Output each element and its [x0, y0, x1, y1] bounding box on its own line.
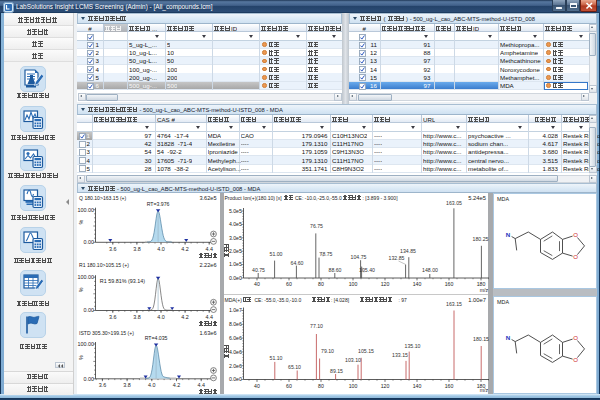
svg-text:RT=4.035: RT=4.035 [145, 335, 168, 341]
svg-text:103.10: 103.10 [345, 357, 361, 363]
svg-text:163.05: 163.05 [446, 200, 462, 206]
svg-text:O: O [573, 232, 578, 238]
svg-text:5.0e5: 5.0e5 [228, 208, 241, 214]
svg-text:: [3.899 - 3.900]: : [3.899 - 3.900] [362, 195, 398, 201]
svg-text:105.40: 105.40 [359, 267, 375, 273]
svg-text:CE: -55.0,-35.0,-10.0: CE: -55.0,-35.0,-10.0 [254, 297, 301, 303]
svg-text:0.00: 0.00 [84, 239, 95, 245]
svg-text:0.00: 0.00 [84, 307, 95, 313]
svg-text:40.75: 40.75 [252, 267, 265, 273]
svg-text:140: 140 [412, 281, 421, 287]
svg-text:3.62e5: 3.62e5 [199, 195, 216, 201]
svg-text:133.15: 133.15 [392, 352, 408, 358]
svg-text:78.75: 78.75 [319, 251, 332, 257]
svg-text:6.0e6: 6.0e6 [228, 335, 241, 341]
svg-text:%: % [78, 220, 84, 225]
svg-text:1.00e7: 1.00e7 [468, 297, 486, 303]
svg-text:CE: -10.0,-25.0,-55.0: CE: -10.0,-25.0,-55.0 [295, 195, 342, 201]
svg-text:77.10: 77.10 [310, 323, 323, 329]
svg-text:76.75: 76.75 [310, 223, 323, 229]
svg-text:105.15: 105.15 [358, 348, 374, 354]
svg-text:80: 80 [318, 281, 324, 287]
svg-text:88.60: 88.60 [328, 267, 341, 273]
svg-text:100: 100 [348, 281, 357, 287]
svg-text:100.00: 100.00 [78, 341, 95, 347]
svg-text:N: N [505, 334, 510, 341]
svg-text:60: 60 [286, 281, 292, 287]
svg-text:51.10: 51.10 [269, 355, 282, 361]
svg-text:2.22e6: 2.22e6 [199, 262, 216, 268]
svg-text:%: % [78, 287, 84, 292]
svg-text:4.4: 4.4 [205, 314, 213, 320]
svg-text:148.00: 148.00 [422, 267, 438, 273]
svg-text:4.0e6: 4.0e6 [228, 349, 241, 355]
svg-text:80: 80 [318, 383, 324, 389]
svg-text:104.75: 104.75 [350, 254, 366, 260]
svg-text:MDA: MDA [497, 299, 509, 305]
svg-text:5.24e5: 5.24e5 [468, 195, 486, 201]
svg-text:1.0e5: 1.0e5 [228, 261, 241, 267]
svg-text:1.63e6: 1.63e6 [199, 330, 216, 336]
svg-text:0.0e0: 0.0e0 [228, 376, 241, 382]
svg-text:0.00: 0.00 [84, 376, 95, 382]
svg-text:89.15: 89.15 [330, 368, 343, 374]
svg-text:3.6: 3.6 [109, 314, 117, 320]
svg-text:4.2: 4.2 [181, 246, 189, 252]
svg-text:134.85: 134.85 [400, 248, 416, 254]
svg-text:4.4: 4.4 [197, 382, 205, 388]
svg-text:R1 59.81% (93.14): R1 59.81% (93.14) [100, 278, 145, 284]
svg-text:100.00: 100.00 [78, 207, 95, 213]
svg-text:1.0e7: 1.0e7 [228, 307, 241, 313]
svg-text:4.0: 4.0 [157, 314, 165, 320]
svg-text:: [4.028]: : [4.028] [331, 297, 350, 303]
svg-text:3.8: 3.8 [133, 246, 141, 252]
svg-text:8.0e6: 8.0e6 [228, 321, 241, 327]
svg-text:140: 140 [412, 383, 421, 389]
svg-text:ISTD 305.30>199.15 (+): ISTD 305.30>199.15 (+) [79, 330, 134, 336]
svg-text:0.0e0: 0.0e0 [228, 275, 241, 281]
svg-text:40: 40 [254, 281, 260, 287]
svg-text:3.6: 3.6 [109, 246, 117, 252]
svg-text:65.10: 65.10 [288, 364, 301, 370]
svg-text:3.0e5: 3.0e5 [228, 235, 241, 241]
svg-text:4.2: 4.2 [181, 314, 189, 320]
svg-text:3.8: 3.8 [123, 382, 131, 388]
svg-text:79.10: 79.10 [321, 348, 334, 354]
svg-text:m/z: m/z [479, 387, 488, 393]
svg-text:N: N [505, 231, 510, 238]
svg-text:120: 120 [380, 281, 389, 287]
svg-text:3.8: 3.8 [133, 314, 141, 320]
svg-text:120: 120 [380, 383, 389, 389]
svg-text:132.85: 132.85 [388, 255, 404, 261]
svg-text:160: 160 [444, 281, 453, 287]
svg-text:RT=3.976: RT=3.976 [147, 201, 170, 207]
svg-text:4.4: 4.4 [205, 246, 213, 252]
svg-text:2.0e6: 2.0e6 [228, 363, 241, 369]
svg-text:MDA: MDA [497, 196, 509, 202]
svg-text:4.0: 4.0 [157, 246, 165, 252]
svg-text:163.15: 163.15 [446, 301, 462, 307]
svg-text:180.25: 180.25 [472, 236, 488, 242]
svg-text:160: 160 [444, 383, 453, 389]
svg-text:4.0: 4.0 [148, 382, 156, 388]
svg-text:: 97: : 97 [398, 297, 407, 303]
svg-text:O: O [573, 357, 578, 363]
svg-text:m/z: m/z [479, 287, 488, 293]
svg-text:64.60: 64.60 [290, 260, 303, 266]
svg-text:100.00: 100.00 [78, 274, 95, 280]
svg-text:60: 60 [286, 383, 292, 389]
svg-text:Product Ion(+)(180.10) [x]: Product Ion(+)(180.10) [x] [224, 195, 282, 201]
svg-text:40: 40 [254, 383, 260, 389]
svg-text:51.00: 51.00 [269, 251, 282, 257]
svg-text:100: 100 [348, 383, 357, 389]
svg-text:MDA(+): MDA(+) [224, 297, 242, 303]
svg-text:2.0e5: 2.0e5 [228, 248, 241, 254]
svg-text:180.15: 180.15 [473, 336, 489, 342]
svg-text:4.2: 4.2 [173, 382, 181, 388]
svg-text:Q 180.10>163.15 (+): Q 180.10>163.15 (+) [79, 195, 127, 201]
svg-text:O: O [573, 335, 578, 341]
svg-text:R1 180.10>105.15 (+): R1 180.10>105.15 (+) [79, 262, 129, 268]
svg-text:O: O [573, 254, 578, 260]
svg-text:%: % [78, 355, 84, 360]
svg-text:4.0e5: 4.0e5 [228, 221, 241, 227]
